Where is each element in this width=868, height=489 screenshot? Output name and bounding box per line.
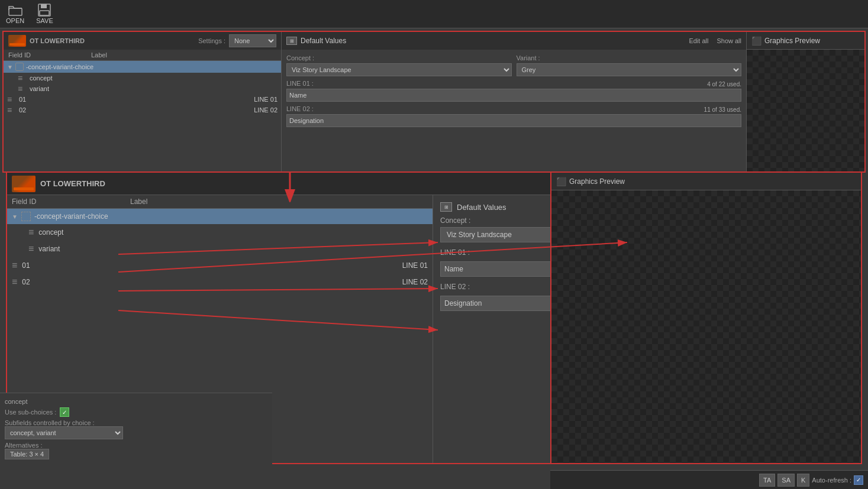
field-row[interactable]: ▼ -concept-variant-choice [4, 61, 281, 73]
dv-icon: ⊞ [440, 202, 452, 212]
field-row-concept[interactable]: ≡ concept [7, 224, 433, 241]
sa-button[interactable]: SA [777, 474, 795, 487]
svg-rect-2 [41, 4, 47, 8]
settings-select[interactable]: None [229, 34, 276, 47]
dv-header: ⊞ Default Values Edit all Show all [282, 32, 746, 50]
graphics-preview-large: ⬛ Graphics Preview [550, 171, 862, 464]
dv-body: Concept : Viz Story Landscape Variant : … [282, 50, 746, 132]
sub-choices-checkbox[interactable]: ✓ [60, 407, 69, 417]
zoomed-logo [12, 176, 36, 192]
auto-refresh-checkbox[interactable]: ✓ [854, 475, 863, 485]
field-row[interactable]: variant [4, 83, 281, 94]
section-title: concept [5, 398, 267, 405]
auto-refresh-label: Auto-refresh : [812, 477, 851, 484]
lines-icon [18, 85, 27, 92]
toolbar: OPEN SAVE [0, 0, 868, 28]
gp-title: Graphics Preview [569, 177, 625, 186]
top-left-header: OT LOWERTHIRD Settings : None [4, 32, 281, 50]
dv-title: Default Values [301, 37, 680, 45]
gp-header-large: ⬛ Graphics Preview [551, 173, 861, 190]
open-button[interactable]: OPEN [6, 4, 24, 24]
lines-icon: ≡ [28, 244, 34, 254]
gp-canvas [747, 50, 864, 171]
field-row-02[interactable]: ≡ 02 LINE 02 [7, 274, 433, 290]
subfields-row: Subfields controlled by choice : concept… [5, 419, 267, 439]
monitor-icon: ⬛ [556, 177, 566, 186]
use-sub-choices-row: Use sub-choices : ✓ [5, 407, 267, 417]
field-row[interactable]: 02 LINE 02 [4, 105, 281, 115]
logo-icon [8, 35, 26, 47]
panel-title: OT LOWERTHIRD [30, 37, 195, 44]
top-field-rows: ▼ -concept-variant-choice concept varian… [4, 61, 281, 171]
save-icon [37, 4, 51, 16]
concept-field: Concept : Viz Story Landscape [286, 54, 512, 76]
dv-icon: ⊞ [286, 37, 297, 45]
subfields-select[interactable]: concept, variant [5, 426, 123, 439]
graphics-preview-panel: ⬛ Graphics Preview [746, 32, 864, 171]
gp-title: Graphics Preview [764, 37, 820, 45]
field-row-01[interactable]: ≡ 01 LINE 01 [7, 257, 433, 274]
field-row[interactable]: 01 LINE 01 [4, 94, 281, 105]
lines-icon [7, 106, 17, 114]
field-row[interactable]: concept [4, 73, 281, 83]
concept-select[interactable]: Viz Story Landscape [286, 63, 512, 76]
bottom-left-panel: concept Use sub-choices : ✓ Subfields co… [0, 393, 272, 464]
svg-rect-3 [40, 11, 49, 15]
field-row-choice[interactable]: ▼ -concept-variant-choice [7, 209, 433, 224]
field-table-header: Field ID Label [4, 50, 281, 61]
alternatives-row: Alternatives : Table: 3 × 4 [5, 442, 267, 459]
line02-input[interactable] [286, 114, 741, 127]
choice-icon [15, 63, 24, 71]
edit-all-button[interactable]: Edit all [689, 37, 708, 44]
lines-icon [18, 75, 27, 82]
bottom-bar: TA SA K Auto-refresh : ✓ [550, 470, 868, 489]
top-left-panel: OT LOWERTHIRD Settings : None Field ID L… [4, 32, 282, 171]
zoomed-field-header: Field ID Label [7, 195, 433, 209]
ta-button[interactable]: TA [759, 474, 775, 487]
settings-label: Settings : [198, 37, 225, 44]
save-button[interactable]: SAVE [36, 4, 53, 24]
choice-icon [21, 212, 31, 221]
lines-icon: ≡ [28, 227, 34, 238]
k-button[interactable]: K [797, 474, 809, 487]
lines-icon [7, 96, 17, 103]
lines-icon: ≡ [12, 277, 17, 287]
line01-input[interactable] [286, 89, 741, 102]
monitor-icon: ⬛ [751, 36, 761, 46]
dv-title: Default Values [457, 203, 506, 212]
table-button[interactable]: Table: 3 × 4 [5, 449, 49, 459]
chevron-icon: ▼ [12, 213, 18, 220]
variant-field: Variant : Grey [517, 54, 742, 76]
gp-header: ⬛ Graphics Preview [747, 32, 864, 50]
open-icon [8, 4, 22, 16]
show-all-button[interactable]: Show all [717, 37, 741, 44]
top-default-values-panel: ⊞ Default Values Edit all Show all Conce… [282, 32, 746, 171]
top-preview-section: OT LOWERTHIRD Settings : None Field ID L… [2, 31, 866, 173]
field-row-variant[interactable]: ≡ variant [7, 241, 433, 257]
dv-title-row: ⊞ Default Values [440, 202, 506, 212]
variant-select[interactable]: Grey [517, 63, 742, 76]
svg-rect-0 [9, 8, 22, 15]
gp-canvas-large [551, 190, 861, 463]
lines-icon: ≡ [12, 260, 17, 271]
chevron-icon: ▼ [7, 64, 13, 70]
